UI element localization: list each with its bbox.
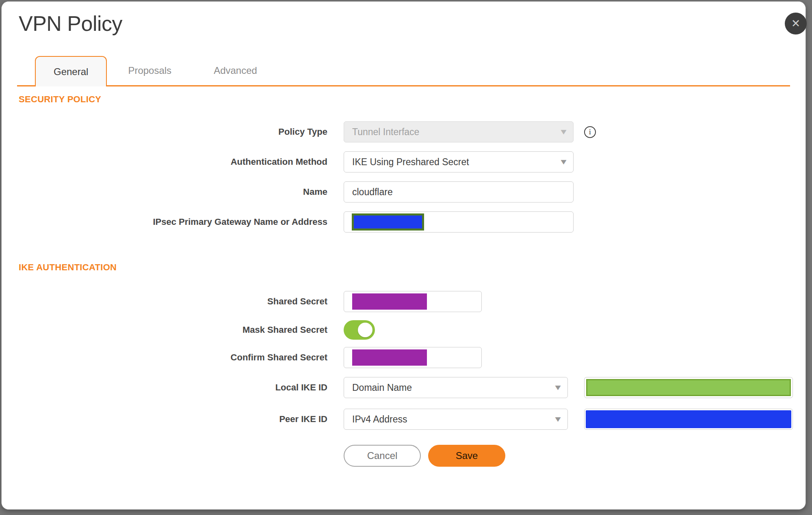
local-ike-id-row: Local IKE ID Domain Name ▼ xyxy=(19,377,790,398)
info-icon-glyph: i xyxy=(589,127,591,136)
local-ike-id-redacted-value xyxy=(586,379,791,396)
tab-bar: General Proposals Advanced xyxy=(17,57,790,86)
name-field-wrapper xyxy=(344,181,574,203)
toggle-knob xyxy=(358,323,372,337)
tab-general[interactable]: General xyxy=(35,56,107,86)
confirm-shared-secret-row: Confirm Shared Secret xyxy=(19,347,790,368)
close-icon: ✕ xyxy=(791,17,801,30)
ipsec-gateway-input[interactable] xyxy=(344,211,574,233)
page-title: VPN Policy xyxy=(19,12,806,35)
policy-type-row: Policy Type Tunnel Interface ▼ i xyxy=(19,121,790,142)
authentication-method-value: IKE Using Preshared Secret xyxy=(352,157,469,168)
name-row: Name xyxy=(19,181,790,203)
policy-type-label: Policy Type xyxy=(19,127,327,137)
peer-ike-id-type-select[interactable]: IPv4 Address ▼ xyxy=(344,409,568,430)
ipsec-gateway-label: IPsec Primary Gateway Name or Address xyxy=(19,217,327,227)
general-tab-content: SECURITY POLICY Policy Type Tunnel Inter… xyxy=(2,95,806,467)
close-button[interactable]: ✕ xyxy=(785,13,807,34)
confirm-shared-secret-input[interactable] xyxy=(344,347,482,368)
name-label: Name xyxy=(19,187,327,197)
authentication-method-select[interactable]: IKE Using Preshared Secret ▼ xyxy=(344,151,574,172)
chevron-down-icon: ▼ xyxy=(559,157,569,166)
vpn-policy-dialog: VPN Policy General Proposals Advanced SE… xyxy=(1,1,806,510)
confirm-shared-secret-label: Confirm Shared Secret xyxy=(19,352,327,363)
peer-ike-id-label: Peer IKE ID xyxy=(19,414,327,424)
local-ike-id-type-value: Domain Name xyxy=(352,382,412,393)
shared-secret-input[interactable] xyxy=(344,291,482,312)
shared-secret-label: Shared Secret xyxy=(19,296,327,307)
tab-proposals[interactable]: Proposals xyxy=(107,56,193,85)
peer-ike-id-redacted-value xyxy=(586,410,791,428)
mask-shared-secret-label: Mask Shared Secret xyxy=(19,325,327,335)
policy-type-select[interactable]: Tunnel Interface ▼ xyxy=(344,121,574,142)
chevron-down-icon: ▼ xyxy=(553,415,563,424)
chevron-down-icon: ▼ xyxy=(553,383,563,392)
section-heading-security-policy: SECURITY POLICY xyxy=(19,95,790,104)
peer-ike-id-row: Peer IKE ID IPv4 Address ▼ xyxy=(19,409,790,430)
authentication-method-row: Authentication Method IKE Using Preshare… xyxy=(19,151,790,172)
confirm-shared-secret-redacted-value xyxy=(352,349,427,366)
shared-secret-row: Shared Secret xyxy=(19,291,790,312)
dialog-actions: Cancel Save xyxy=(344,445,790,467)
tab-proposals-label: Proposals xyxy=(128,65,171,76)
local-ike-id-label: Local IKE ID xyxy=(19,382,327,393)
section-heading-ike-authentication: IKE AUTHENTICATION xyxy=(19,263,790,272)
local-ike-id-value-input[interactable] xyxy=(584,377,793,398)
mask-shared-secret-toggle[interactable] xyxy=(344,320,375,340)
name-input[interactable] xyxy=(352,187,565,198)
peer-ike-id-value-input[interactable] xyxy=(584,409,793,430)
chevron-down-icon: ▼ xyxy=(559,127,569,136)
shared-secret-redacted-value xyxy=(352,293,427,310)
cancel-button[interactable]: Cancel xyxy=(344,445,421,467)
info-icon[interactable]: i xyxy=(584,126,596,138)
local-ike-id-type-select[interactable]: Domain Name ▼ xyxy=(344,377,568,398)
ipsec-gateway-row: IPsec Primary Gateway Name or Address xyxy=(19,211,790,233)
tab-advanced[interactable]: Advanced xyxy=(193,56,278,85)
tab-general-label: General xyxy=(54,66,88,78)
mask-shared-secret-row: Mask Shared Secret xyxy=(19,320,790,340)
policy-type-value: Tunnel Interface xyxy=(352,127,419,138)
peer-ike-id-type-value: IPv4 Address xyxy=(352,414,407,425)
tab-advanced-label: Advanced xyxy=(214,65,257,76)
ipsec-gateway-redacted-value xyxy=(352,213,424,231)
authentication-method-label: Authentication Method xyxy=(19,157,327,167)
save-button[interactable]: Save xyxy=(428,445,505,467)
page-background: { "dialog": { "title": "VPN Policy" }, "… xyxy=(0,0,812,515)
